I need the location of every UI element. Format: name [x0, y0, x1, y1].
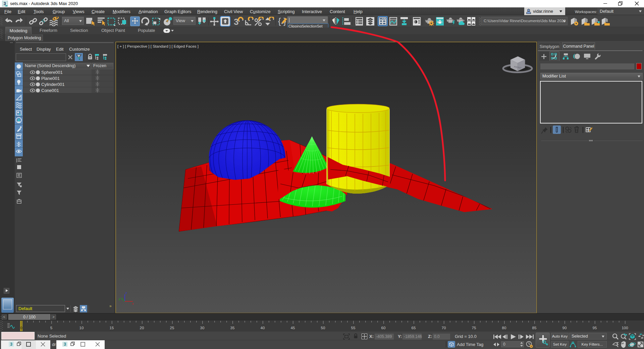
svg-text:85: 85 [532, 326, 537, 330]
svg-text:30: 30 [200, 326, 205, 330]
svg-text:3: 3 [234, 17, 238, 26]
svg-text:0: 0 [20, 326, 22, 330]
svg-text:40: 40 [261, 326, 265, 330]
svg-text:3: 3 [3, 1, 6, 6]
svg-text:x: x [132, 302, 134, 305]
svg-text:45: 45 [291, 326, 295, 330]
svg-text:z: z [125, 291, 127, 295]
svg-text:3: 3 [10, 342, 12, 347]
svg-text:70: 70 [442, 326, 446, 330]
svg-text:y: y [119, 297, 120, 301]
svg-text:10: 10 [79, 326, 84, 330]
svg-text:55: 55 [351, 326, 356, 330]
svg-text:65: 65 [412, 326, 416, 330]
svg-text:5: 5 [50, 326, 52, 330]
svg-text:3: 3 [64, 342, 66, 347]
svg-text:20: 20 [140, 326, 144, 330]
svg-text:80: 80 [502, 326, 506, 330]
svg-text:90: 90 [562, 326, 567, 330]
svg-text:35: 35 [230, 326, 235, 330]
svg-text:25: 25 [170, 326, 174, 330]
svg-text:100: 100 [622, 326, 628, 330]
svg-text:60: 60 [381, 326, 386, 330]
svg-text:75: 75 [472, 326, 476, 330]
svg-text:[ + ] [ Perspective ] [ Standa: [ + ] [ Perspective ] [ Standard ] [ Edg… [117, 44, 199, 48]
svg-text:95: 95 [593, 326, 597, 330]
svg-text:15: 15 [110, 326, 114, 330]
svg-text:50: 50 [321, 326, 325, 330]
